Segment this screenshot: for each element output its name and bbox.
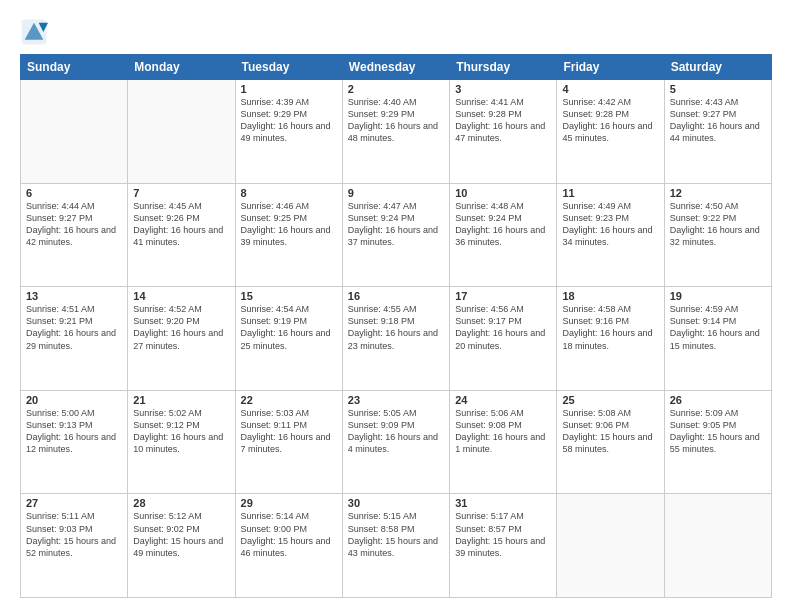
day-info: Sunrise: 5:05 AMSunset: 9:09 PMDaylight:…	[348, 407, 444, 456]
calendar-cell	[21, 80, 128, 184]
calendar-cell	[128, 80, 235, 184]
calendar-cell: 4Sunrise: 4:42 AMSunset: 9:28 PMDaylight…	[557, 80, 664, 184]
calendar-cell	[664, 494, 771, 598]
calendar-cell: 10Sunrise: 4:48 AMSunset: 9:24 PMDayligh…	[450, 183, 557, 287]
calendar-cell: 12Sunrise: 4:50 AMSunset: 9:22 PMDayligh…	[664, 183, 771, 287]
logo-icon	[20, 18, 48, 46]
calendar-cell: 31Sunrise: 5:17 AMSunset: 8:57 PMDayligh…	[450, 494, 557, 598]
day-number: 21	[133, 394, 229, 406]
calendar-cell: 19Sunrise: 4:59 AMSunset: 9:14 PMDayligh…	[664, 287, 771, 391]
calendar-header-sunday: Sunday	[21, 55, 128, 80]
day-number: 11	[562, 187, 658, 199]
day-info: Sunrise: 4:54 AMSunset: 9:19 PMDaylight:…	[241, 303, 337, 352]
calendar-cell: 16Sunrise: 4:55 AMSunset: 9:18 PMDayligh…	[342, 287, 449, 391]
day-info: Sunrise: 5:11 AMSunset: 9:03 PMDaylight:…	[26, 510, 122, 559]
day-info: Sunrise: 4:50 AMSunset: 9:22 PMDaylight:…	[670, 200, 766, 249]
day-number: 31	[455, 497, 551, 509]
day-info: Sunrise: 5:14 AMSunset: 9:00 PMDaylight:…	[241, 510, 337, 559]
day-number: 15	[241, 290, 337, 302]
day-info: Sunrise: 4:46 AMSunset: 9:25 PMDaylight:…	[241, 200, 337, 249]
day-info: Sunrise: 5:08 AMSunset: 9:06 PMDaylight:…	[562, 407, 658, 456]
calendar-cell: 5Sunrise: 4:43 AMSunset: 9:27 PMDaylight…	[664, 80, 771, 184]
day-info: Sunrise: 5:06 AMSunset: 9:08 PMDaylight:…	[455, 407, 551, 456]
calendar-cell: 3Sunrise: 4:41 AMSunset: 9:28 PMDaylight…	[450, 80, 557, 184]
day-number: 29	[241, 497, 337, 509]
day-number: 18	[562, 290, 658, 302]
day-number: 24	[455, 394, 551, 406]
day-info: Sunrise: 4:43 AMSunset: 9:27 PMDaylight:…	[670, 96, 766, 145]
day-info: Sunrise: 4:44 AMSunset: 9:27 PMDaylight:…	[26, 200, 122, 249]
calendar-week-5: 27Sunrise: 5:11 AMSunset: 9:03 PMDayligh…	[21, 494, 772, 598]
day-number: 7	[133, 187, 229, 199]
calendar-header-saturday: Saturday	[664, 55, 771, 80]
day-number: 17	[455, 290, 551, 302]
day-number: 4	[562, 83, 658, 95]
calendar-cell: 1Sunrise: 4:39 AMSunset: 9:29 PMDaylight…	[235, 80, 342, 184]
calendar-week-3: 13Sunrise: 4:51 AMSunset: 9:21 PMDayligh…	[21, 287, 772, 391]
calendar-header-friday: Friday	[557, 55, 664, 80]
calendar-cell: 2Sunrise: 4:40 AMSunset: 9:29 PMDaylight…	[342, 80, 449, 184]
page: SundayMondayTuesdayWednesdayThursdayFrid…	[0, 0, 792, 612]
day-number: 8	[241, 187, 337, 199]
calendar-cell	[557, 494, 664, 598]
day-number: 13	[26, 290, 122, 302]
day-number: 25	[562, 394, 658, 406]
day-number: 30	[348, 497, 444, 509]
day-info: Sunrise: 4:55 AMSunset: 9:18 PMDaylight:…	[348, 303, 444, 352]
day-number: 16	[348, 290, 444, 302]
calendar-header-row: SundayMondayTuesdayWednesdayThursdayFrid…	[21, 55, 772, 80]
day-number: 2	[348, 83, 444, 95]
day-number: 3	[455, 83, 551, 95]
day-number: 26	[670, 394, 766, 406]
header	[20, 18, 772, 46]
day-info: Sunrise: 5:17 AMSunset: 8:57 PMDaylight:…	[455, 510, 551, 559]
calendar-cell: 18Sunrise: 4:58 AMSunset: 9:16 PMDayligh…	[557, 287, 664, 391]
day-number: 14	[133, 290, 229, 302]
calendar-cell: 25Sunrise: 5:08 AMSunset: 9:06 PMDayligh…	[557, 390, 664, 494]
day-info: Sunrise: 5:02 AMSunset: 9:12 PMDaylight:…	[133, 407, 229, 456]
calendar-header-monday: Monday	[128, 55, 235, 80]
day-number: 9	[348, 187, 444, 199]
day-info: Sunrise: 5:12 AMSunset: 9:02 PMDaylight:…	[133, 510, 229, 559]
calendar-cell: 11Sunrise: 4:49 AMSunset: 9:23 PMDayligh…	[557, 183, 664, 287]
day-info: Sunrise: 5:15 AMSunset: 8:58 PMDaylight:…	[348, 510, 444, 559]
day-number: 5	[670, 83, 766, 95]
calendar-cell: 26Sunrise: 5:09 AMSunset: 9:05 PMDayligh…	[664, 390, 771, 494]
day-info: Sunrise: 4:47 AMSunset: 9:24 PMDaylight:…	[348, 200, 444, 249]
day-info: Sunrise: 4:42 AMSunset: 9:28 PMDaylight:…	[562, 96, 658, 145]
calendar-header-thursday: Thursday	[450, 55, 557, 80]
calendar-cell: 8Sunrise: 4:46 AMSunset: 9:25 PMDaylight…	[235, 183, 342, 287]
day-number: 6	[26, 187, 122, 199]
calendar-cell: 21Sunrise: 5:02 AMSunset: 9:12 PMDayligh…	[128, 390, 235, 494]
day-info: Sunrise: 5:09 AMSunset: 9:05 PMDaylight:…	[670, 407, 766, 456]
calendar-cell: 23Sunrise: 5:05 AMSunset: 9:09 PMDayligh…	[342, 390, 449, 494]
day-info: Sunrise: 4:59 AMSunset: 9:14 PMDaylight:…	[670, 303, 766, 352]
calendar-cell: 27Sunrise: 5:11 AMSunset: 9:03 PMDayligh…	[21, 494, 128, 598]
calendar-cell: 29Sunrise: 5:14 AMSunset: 9:00 PMDayligh…	[235, 494, 342, 598]
day-info: Sunrise: 4:51 AMSunset: 9:21 PMDaylight:…	[26, 303, 122, 352]
calendar-cell: 30Sunrise: 5:15 AMSunset: 8:58 PMDayligh…	[342, 494, 449, 598]
day-info: Sunrise: 4:40 AMSunset: 9:29 PMDaylight:…	[348, 96, 444, 145]
calendar-cell: 13Sunrise: 4:51 AMSunset: 9:21 PMDayligh…	[21, 287, 128, 391]
day-info: Sunrise: 4:58 AMSunset: 9:16 PMDaylight:…	[562, 303, 658, 352]
calendar-cell: 6Sunrise: 4:44 AMSunset: 9:27 PMDaylight…	[21, 183, 128, 287]
calendar: SundayMondayTuesdayWednesdayThursdayFrid…	[20, 54, 772, 598]
day-info: Sunrise: 4:56 AMSunset: 9:17 PMDaylight:…	[455, 303, 551, 352]
day-number: 22	[241, 394, 337, 406]
calendar-header-tuesday: Tuesday	[235, 55, 342, 80]
day-info: Sunrise: 5:00 AMSunset: 9:13 PMDaylight:…	[26, 407, 122, 456]
day-number: 23	[348, 394, 444, 406]
day-info: Sunrise: 4:41 AMSunset: 9:28 PMDaylight:…	[455, 96, 551, 145]
calendar-cell: 17Sunrise: 4:56 AMSunset: 9:17 PMDayligh…	[450, 287, 557, 391]
logo	[20, 18, 52, 46]
day-number: 27	[26, 497, 122, 509]
day-number: 12	[670, 187, 766, 199]
calendar-cell: 28Sunrise: 5:12 AMSunset: 9:02 PMDayligh…	[128, 494, 235, 598]
calendar-week-2: 6Sunrise: 4:44 AMSunset: 9:27 PMDaylight…	[21, 183, 772, 287]
day-number: 19	[670, 290, 766, 302]
calendar-cell: 7Sunrise: 4:45 AMSunset: 9:26 PMDaylight…	[128, 183, 235, 287]
calendar-week-4: 20Sunrise: 5:00 AMSunset: 9:13 PMDayligh…	[21, 390, 772, 494]
calendar-cell: 22Sunrise: 5:03 AMSunset: 9:11 PMDayligh…	[235, 390, 342, 494]
day-info: Sunrise: 4:48 AMSunset: 9:24 PMDaylight:…	[455, 200, 551, 249]
calendar-week-1: 1Sunrise: 4:39 AMSunset: 9:29 PMDaylight…	[21, 80, 772, 184]
